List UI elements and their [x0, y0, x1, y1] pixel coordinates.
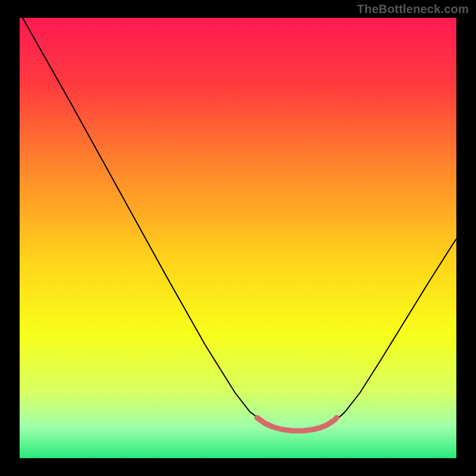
- gradient-background: [20, 18, 456, 458]
- watermark-text: TheBottleneck.com: [357, 2, 469, 16]
- chart-frame: { "watermark": "TheBottleneck.com", "cha…: [0, 0, 476, 476]
- bottleneck-chart: [0, 0, 476, 476]
